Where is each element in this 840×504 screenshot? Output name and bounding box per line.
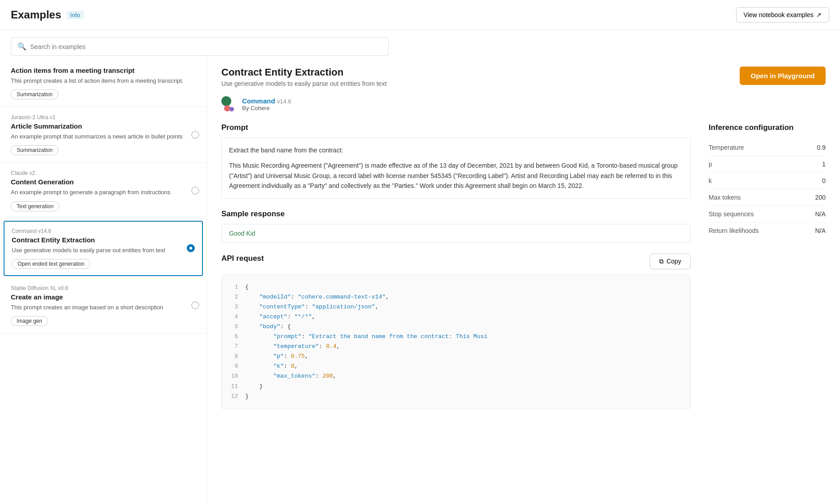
card-tag: Image gen (11, 316, 48, 326)
code-line: 12 } (229, 392, 683, 401)
code-block: 1 { 2 "modelId": "cohere.command-text-v1… (221, 275, 691, 409)
code-line: 6 "prompt": "Extract the band name from … (229, 332, 683, 342)
card-model-label: Claude v2 (11, 170, 196, 176)
card-radio (191, 187, 199, 195)
search-icon: 🔍 (18, 42, 27, 51)
inference-label: p (709, 161, 712, 168)
model-name: Command v14.6 (242, 97, 291, 105)
inference-row: Temperature 0.9 (709, 139, 826, 156)
inference-value: 1 (822, 161, 826, 168)
card-tag: Summarization (11, 89, 58, 99)
card-desc: An example prompt to generate a paragrap… (11, 188, 196, 196)
prompt-section-title: Prompt (221, 123, 691, 132)
card-tag: Text generation (11, 201, 59, 211)
code-line: 7 "temperature": 0.4, (229, 342, 683, 352)
view-notebook-button[interactable]: View notebook examples ↗ (736, 7, 829, 22)
code-line: 9 "k": 0, (229, 361, 683, 371)
inference-row: Max tokens 200 (709, 189, 826, 206)
inference-label: Temperature (709, 144, 744, 151)
card-title: Create an image (11, 293, 196, 301)
code-line: 8 "p": 0.75, (229, 352, 683, 361)
sample-response-box: Good Kid (221, 224, 691, 243)
inference-value: N/A (815, 210, 826, 218)
external-link-icon: ↗ (816, 11, 822, 18)
detail-panel: Contract Entity Extraction Use generativ… (207, 56, 840, 504)
code-line: 5 "body": { (229, 322, 683, 332)
prompt-extract: Extract the band name from the contract: (229, 145, 683, 155)
card-tag: Open ended text generation (12, 259, 90, 269)
card-radio (187, 244, 195, 252)
list-item[interactable]: Claude v2 Content Generation An example … (0, 163, 207, 219)
card-model-label: Command v14.6 (12, 228, 195, 234)
code-line: 1 { (229, 282, 683, 292)
detail-title: Contract Entity Extraction (221, 67, 386, 78)
inference-label: Return likelihoods (709, 227, 759, 234)
code-line: 2 "modelId": "cohere.command-text-v14", (229, 292, 683, 302)
detail-title-area: Contract Entity Extraction Use generativ… (221, 67, 386, 87)
search-bar-container: 🔍 (0, 30, 840, 56)
list-item[interactable]: Stable Diffusion XL v0.8 Create an image… (0, 278, 207, 334)
inference-config-title: Inference configuration (709, 123, 826, 132)
code-line: 3 "contentType": "application/json", (229, 302, 683, 312)
card-desc: An example prompt that summarizes a news… (11, 133, 196, 141)
model-name-link[interactable]: Command (242, 97, 275, 105)
copy-icon: ⧉ (659, 258, 664, 265)
card-tag: Summarization (11, 145, 58, 155)
inference-row: p 1 (709, 156, 826, 173)
inference-value: N/A (815, 227, 826, 234)
content-columns: Prompt Extract the band name from the co… (221, 123, 826, 409)
inference-label: Stop sequences (709, 210, 754, 218)
card-title: Action items from a meeting transcript (11, 67, 196, 74)
code-line: 4 "accept": "*/*", (229, 312, 683, 322)
model-by: By Cohere (242, 105, 291, 112)
info-badge[interactable]: Info (67, 11, 84, 19)
prompt-box: Extract the band name from the contract:… (221, 138, 691, 199)
card-radio (191, 131, 199, 139)
card-desc: This prompt creates an image based on a … (11, 303, 196, 312)
card-radio (191, 301, 199, 309)
prompt-body: This Music Recording Agreement ("Agreeme… (229, 161, 683, 191)
inference-label: Max tokens (709, 194, 741, 201)
inference-row: Return likelihoods N/A (709, 223, 826, 239)
inference-label: k (709, 177, 712, 184)
model-icon-circle1 (221, 96, 231, 106)
api-request-title: API request (221, 254, 264, 263)
search-bar: 🔍 (11, 37, 389, 56)
inference-row: k 0 (709, 173, 826, 189)
api-request-header: API request ⧉ Copy (221, 254, 691, 269)
sidebar: Action items from a meeting transcript T… (0, 56, 207, 504)
content-main: Prompt Extract the band name from the co… (221, 123, 691, 409)
sample-response-section-title: Sample response (221, 210, 691, 219)
search-input[interactable] (30, 43, 382, 50)
inference-value: 0.9 (817, 144, 826, 151)
model-name-area: Command v14.6 By Cohere (242, 97, 291, 112)
view-notebook-label: View notebook examples (744, 11, 813, 18)
top-bar-left: Examples Info (11, 9, 84, 21)
card-desc: This prompt creates a list of action ite… (11, 77, 196, 85)
card-title: Contract Entity Extraction (12, 236, 195, 244)
list-item[interactable]: Jurassic-2 Ultra v1 Article Summarizatio… (0, 107, 207, 163)
main-layout: Action items from a meeting transcript T… (0, 56, 840, 504)
card-desc: Use generative models to easily parse ou… (12, 246, 195, 254)
model-icon (221, 96, 238, 112)
inference-value: 0 (822, 177, 826, 184)
open-playground-button[interactable]: Open in Playground (740, 67, 826, 85)
copy-button[interactable]: ⧉ Copy (650, 254, 691, 269)
top-bar: Examples Info View notebook examples ↗ (0, 0, 840, 30)
sample-response-text: Good Kid (229, 230, 255, 237)
code-line: 11 } (229, 382, 683, 392)
detail-subtitle: Use generative models to easily parse ou… (221, 80, 386, 87)
code-line: 10 "max_tokens": 200, (229, 371, 683, 381)
page-title: Examples (11, 9, 61, 21)
model-icon-circle3 (229, 107, 234, 112)
inference-row: Stop sequences N/A (709, 206, 826, 223)
card-title: Article Summarization (11, 122, 196, 130)
detail-header: Contract Entity Extraction Use generativ… (221, 67, 826, 87)
model-info: Command v14.6 By Cohere (221, 96, 826, 112)
list-item[interactable]: Command v14.6 Contract Entity Extraction… (4, 221, 203, 276)
list-item[interactable]: Action items from a meeting transcript T… (0, 59, 207, 107)
card-title: Content Generation (11, 178, 196, 186)
inference-config-sidebar: Inference configuration Temperature 0.9 … (709, 123, 826, 409)
card-model-label: Jurassic-2 Ultra v1 (11, 114, 196, 120)
card-model-label: Stable Diffusion XL v0.8 (11, 285, 196, 291)
